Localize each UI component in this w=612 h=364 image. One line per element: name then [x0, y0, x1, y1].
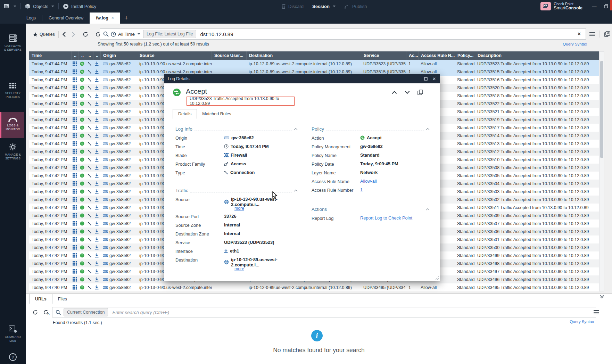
divider — [92, 31, 92, 38]
query-syntax-link[interactable]: Query Syntax — [563, 42, 587, 46]
new-tab-button[interactable]: + — [120, 13, 132, 24]
connection-icon — [86, 196, 93, 204]
dialog-close-button[interactable]: ✕ — [430, 75, 438, 83]
tab-fw-log[interactable]: fw.log× — [90, 13, 120, 24]
next-log-button[interactable] — [405, 91, 410, 94]
column-header-0[interactable]: Time — [29, 51, 71, 60]
field-value[interactable]: Allow-all — [360, 178, 377, 184]
tab-urls[interactable]: URLs — [29, 294, 52, 304]
table-scrollbar[interactable] — [599, 51, 604, 291]
session-menu[interactable]: Session — [309, 0, 339, 13]
collapse-section-icon[interactable] — [426, 128, 430, 130]
collapse-section-icon[interactable] — [294, 189, 298, 192]
log-search-field[interactable]: All Time Log File: Latest Log File dst:1… — [100, 28, 586, 40]
install-policy-button[interactable]: Install Policy — [59, 0, 100, 13]
collapse-section-icon[interactable] — [294, 128, 298, 130]
column-header-1[interactable]: .. — [71, 51, 78, 60]
current-connection-chip[interactable]: Current Connection — [64, 308, 108, 316]
table-row[interactable]: Today, 9:47:44 PMgw-358e82ip-10-13-0-90.… — [29, 60, 599, 68]
collapse-section-icon[interactable] — [426, 208, 430, 210]
panel-refresh-button[interactable] — [30, 310, 41, 315]
grid-icon — [71, 148, 78, 156]
refresh-button[interactable] — [80, 32, 91, 37]
refresh-icon — [83, 32, 88, 37]
column-header-13[interactable]: Description — [475, 51, 599, 60]
query-input[interactable]: dst:10.12.0.89 — [200, 31, 572, 37]
grid-icon — [71, 196, 78, 204]
resize-grip[interactable] — [435, 276, 439, 280]
cell-policy: Standard — [455, 220, 475, 228]
app-menu-button[interactable] — [0, 0, 20, 13]
cell-description: UDP/33496 Traffic Accepted from 10.13.0.… — [475, 275, 599, 283]
accept-icon — [78, 92, 86, 100]
objects-menu[interactable]: Objects — [22, 0, 58, 13]
auto-refresh-icon: A — [43, 309, 50, 315]
table-row[interactable]: Today, 9:47:40 PMgw-358e82ip-10-13-0-90.… — [29, 283, 599, 291]
collapse-panel-button[interactable] — [599, 295, 604, 299]
cell-origin: gw-358e82 — [100, 132, 137, 140]
cell-origin: gw-358e82 — [100, 283, 137, 291]
cell-description: UDP/33504 Traffic Accepted from 10.13.0.… — [475, 180, 599, 188]
column-header-3[interactable]: .. — [86, 51, 93, 60]
dialog-tab-details[interactable]: Details — [173, 109, 197, 119]
restore-button[interactable] — [602, 2, 611, 11]
accept-icon — [78, 148, 86, 156]
tab-files[interactable]: Files — [52, 294, 73, 304]
time-filter-dropdown[interactable]: All Time — [111, 32, 140, 37]
column-header-11[interactable]: Access Rule N... — [418, 51, 455, 60]
panel-query-syntax-link[interactable]: Query Syntax — [570, 320, 594, 324]
dialog-minimize-button[interactable]: — — [413, 75, 422, 83]
copy-icon[interactable] — [417, 90, 423, 95]
clear-query-button[interactable]: × — [573, 31, 586, 37]
tab-logs[interactable]: Logs — [20, 13, 42, 24]
sidebar-item-gateways-servers[interactable]: GATEWAYS& SERVERS — [0, 31, 26, 51]
log-file-chip[interactable]: Log File: Latest Log File — [143, 30, 196, 38]
discard-button[interactable]: Discard — [278, 0, 307, 13]
column-header-7[interactable]: Source User... — [212, 51, 246, 60]
forward-button[interactable] — [69, 32, 78, 37]
panel-auto-refresh-button[interactable]: A — [41, 309, 52, 315]
download-icon — [93, 164, 100, 172]
cell-time: Today, 9:47:42 PM — [29, 156, 71, 164]
smartconsole-brand: Check Point SmartConsole — [540, 2, 582, 10]
column-header-10[interactable]: Ac... — [406, 51, 418, 60]
panel-menu-icon[interactable] — [593, 310, 599, 315]
previous-log-button[interactable] — [392, 91, 397, 94]
accept-icon — [78, 60, 86, 68]
menu-icon[interactable] — [589, 32, 595, 36]
field-value[interactable]: Report Log to Check Point — [360, 215, 412, 221]
sidebar-item-security-policies[interactable]: SECURITYPOLICIES — [0, 78, 26, 99]
sidebar-item-logs-monitor[interactable]: LOGS &MONITOR — [0, 112, 24, 138]
dialog-title-bar[interactable]: Log Details — ✕ — [164, 74, 440, 83]
close-tab-icon[interactable]: × — [111, 16, 114, 20]
cell-origin: gw-358e82 — [100, 243, 137, 251]
dialog-maximize-button[interactable] — [422, 75, 430, 83]
cell-description: UDP/33507 Traffic Accepted from 10.13.0.… — [475, 220, 599, 228]
column-header-9[interactable]: Service — [361, 51, 406, 60]
dialog-tab-matched-rules[interactable]: Matched Rules — [197, 109, 236, 119]
back-button[interactable] — [59, 32, 69, 37]
column-header-4[interactable]: .. — [93, 51, 100, 60]
sidebar-item-manage-settings[interactable]: MANAGE &SETTINGS — [0, 140, 26, 160]
publish-button[interactable]: Publish — [341, 0, 371, 13]
column-header-12[interactable]: Policy... — [455, 51, 475, 60]
queries-button[interactable]: Queries — [30, 32, 58, 37]
close-button[interactable] — [610, 0, 612, 10]
field-label: Origin — [175, 135, 224, 141]
tab-general-overview[interactable]: General Overview — [42, 13, 90, 24]
column-header-6[interactable]: Source — [137, 51, 212, 60]
cell-policy: Standard — [455, 100, 475, 108]
grid-icon — [71, 68, 78, 76]
sidebar-item-command-line[interactable]: COMMANDLINE — [0, 322, 26, 342]
open-new-window-icon[interactable] — [604, 31, 610, 37]
sidebar-item-whats-new[interactable]: ? WHAT'SNEW — [0, 350, 26, 364]
column-header-2[interactable]: .. — [78, 51, 86, 60]
cell-policy: Standard — [455, 228, 475, 235]
column-header-5[interactable]: Origin — [100, 51, 137, 60]
cell-time: Today, 9:47:42 PM — [29, 220, 71, 228]
minimize-button[interactable]: — — [590, 2, 599, 11]
panel-search-field[interactable]: Current Connection Enter search query (C… — [52, 307, 596, 317]
column-header-8[interactable]: Destination — [246, 51, 361, 60]
scrollbar-thumb[interactable] — [600, 61, 603, 158]
field-value[interactable]: 1 — [360, 187, 363, 192]
